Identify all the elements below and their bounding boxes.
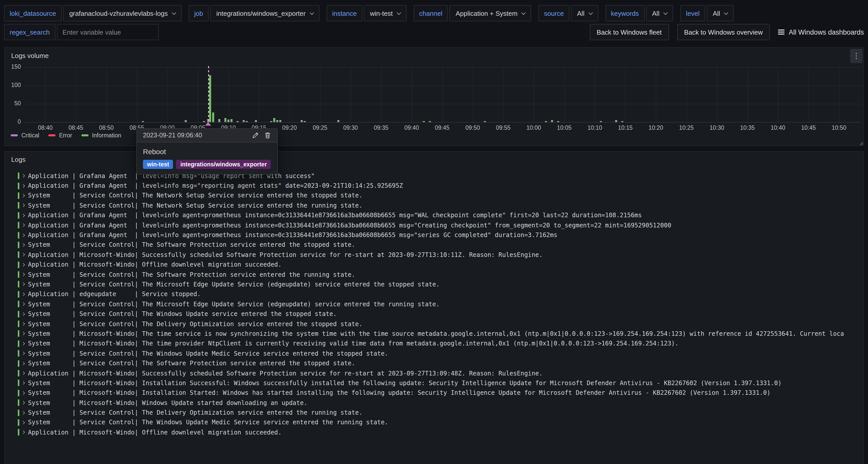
chart-bar-critical[interactable] [615, 121, 617, 122]
chart-bar-information[interactable] [203, 121, 205, 122]
log-row[interactable]: System | Service Control| The Software P… [5, 240, 862, 250]
regex-search-input[interactable] [57, 24, 159, 40]
log-row[interactable]: System | Microsoft-Windo| Installation S… [5, 378, 862, 388]
variable-label-loki_datasource[interactable]: loki_datasource [4, 5, 62, 21]
expand-chevron-icon[interactable] [21, 213, 25, 217]
log-row[interactable]: System | Service Control| The Windows Up… [5, 348, 862, 359]
back-to-windows-overview-button[interactable]: Back to Windows overview [677, 24, 770, 40]
log-row[interactable]: Application | Grafana Agent | level=info… [5, 220, 862, 230]
chart-bar-critical[interactable] [301, 121, 303, 122]
chart-bar-information[interactable] [255, 120, 257, 121]
chart-bar-information[interactable] [279, 120, 281, 121]
log-row[interactable]: Application | edgeupdate | Service stopp… [5, 289, 862, 299]
expand-chevron-icon[interactable] [21, 322, 25, 326]
variable-select-job[interactable]: integrations/windows_exporter [210, 5, 319, 21]
variable-label-instance[interactable]: instance [327, 5, 362, 21]
chart-bar-information[interactable] [185, 120, 187, 121]
expand-chevron-icon[interactable] [21, 292, 25, 296]
edit-annotation-button[interactable] [252, 132, 259, 139]
log-row[interactable]: Application | Grafana Agent | level=info… [5, 171, 862, 181]
legend-item-error[interactable]: Error [48, 132, 72, 138]
chart-bar-critical[interactable] [218, 121, 220, 122]
expand-chevron-icon[interactable] [21, 174, 25, 178]
expand-chevron-icon[interactable] [21, 184, 25, 187]
variable-label-channel[interactable]: channel [414, 5, 448, 21]
back-to-windows-fleet-button[interactable]: Back to Windows fleet [589, 24, 669, 40]
expand-chevron-icon[interactable] [21, 421, 25, 424]
chart-bar-information[interactable] [615, 120, 617, 121]
chart-bar-information[interactable] [218, 119, 220, 121]
chart-bar-information[interactable] [246, 121, 248, 122]
variable-select-instance[interactable]: win-test [364, 5, 406, 21]
chart-bar-critical[interactable] [185, 121, 187, 122]
panel-resize-handle[interactable] [859, 142, 863, 145]
log-row[interactable]: Application | Grafana Agent | level=info… [5, 230, 862, 240]
chart-bar-information[interactable] [273, 118, 275, 121]
chart-bar-critical[interactable] [255, 121, 257, 122]
variable-select-loki_datasource[interactable]: grafanacloud-vzhuravlevlabs-logs [63, 5, 181, 21]
expand-chevron-icon[interactable] [21, 283, 25, 286]
chart-bar-critical[interactable] [273, 121, 275, 122]
expand-chevron-icon[interactable] [21, 332, 25, 336]
chart-bar-information[interactable] [270, 121, 272, 122]
log-row[interactable]: System | Service Control| The Windows Up… [5, 309, 862, 319]
log-row[interactable]: System | Service Control| The Delivery O… [5, 408, 862, 418]
expand-chevron-icon[interactable] [21, 411, 25, 414]
chart-bar-information[interactable] [551, 120, 553, 121]
chart-bar-critical[interactable] [551, 121, 553, 122]
chart-bar-information[interactable] [484, 121, 486, 122]
logs-volume-panel-title[interactable]: Logs volume [11, 52, 49, 60]
variable-label-level[interactable]: level [680, 5, 705, 21]
expand-chevron-icon[interactable] [21, 391, 25, 395]
chart-bar-information[interactable] [600, 121, 602, 122]
expand-chevron-icon[interactable] [21, 273, 25, 276]
chart-bar-information[interactable] [142, 121, 144, 122]
annotation-tag[interactable]: win-test [143, 160, 173, 169]
expand-chevron-icon[interactable] [21, 401, 25, 404]
chart-bar-information[interactable] [304, 121, 306, 122]
log-row[interactable]: Application | Microsoft-Windo| Offline d… [5, 427, 862, 437]
chart-bar-information[interactable] [621, 121, 623, 122]
chart-bar-critical[interactable] [279, 121, 281, 122]
log-row[interactable]: System | Microsoft-Windo| Windows Update… [5, 398, 862, 408]
log-row[interactable]: System | Service Control| The Software P… [5, 359, 862, 368]
chart-bar-information[interactable] [557, 121, 559, 122]
expand-chevron-icon[interactable] [21, 223, 25, 227]
expand-chevron-icon[interactable] [21, 312, 25, 316]
expand-chevron-icon[interactable] [21, 371, 25, 375]
log-row[interactable]: System | Service Control| The Delivery O… [5, 319, 862, 329]
chart-bar-information[interactable] [209, 75, 211, 122]
panel-menu-button[interactable] [850, 49, 862, 63]
chart-bar-information[interactable] [545, 121, 547, 122]
chart-bar-information[interactable] [337, 120, 339, 121]
annotation-tag[interactable]: integrations/windows_exporter [176, 160, 271, 169]
chart-bar-information[interactable] [423, 121, 425, 122]
expand-chevron-icon[interactable] [21, 263, 25, 266]
variable-select-level[interactable]: All [707, 5, 734, 21]
chart-bar-information[interactable] [224, 118, 226, 121]
chart-bar-information[interactable] [243, 120, 245, 121]
variable-label-source[interactable]: source [538, 5, 569, 21]
expand-chevron-icon[interactable] [21, 302, 25, 306]
log-row[interactable]: System | Microsoft-Windo| Installation S… [5, 388, 862, 398]
chart-bar-critical[interactable] [230, 121, 232, 122]
variable-label-job[interactable]: job [188, 5, 209, 21]
expand-chevron-icon[interactable] [21, 233, 25, 237]
expand-chevron-icon[interactable] [21, 253, 25, 257]
expand-chevron-icon[interactable] [21, 362, 25, 365]
expand-chevron-icon[interactable] [21, 204, 25, 207]
chart-bar-critical[interactable] [224, 121, 226, 122]
log-row[interactable]: System | Service Control| The Microsoft … [5, 280, 862, 289]
expand-chevron-icon[interactable] [21, 194, 25, 197]
variable-select-channel[interactable]: Application + System [450, 5, 531, 21]
log-row[interactable]: System | Service Control| The Network Se… [5, 200, 862, 210]
chart-bar-information[interactable] [230, 119, 232, 121]
log-row[interactable]: Application | Grafana Agent | level=info… [5, 210, 862, 220]
log-row[interactable]: Application | Microsoft-Windo| Successfu… [5, 250, 862, 260]
log-row[interactable]: System | Service Control| The Windows Up… [5, 418, 862, 428]
log-row[interactable]: System | Service Control| The Network Se… [5, 191, 862, 201]
log-row[interactable]: System | Microsoft-Windo| The time provi… [5, 339, 862, 348]
chart-bar-critical[interactable] [243, 121, 245, 122]
logs-panel-title[interactable]: Logs [11, 156, 25, 163]
chart-bar-information[interactable] [227, 120, 229, 122]
